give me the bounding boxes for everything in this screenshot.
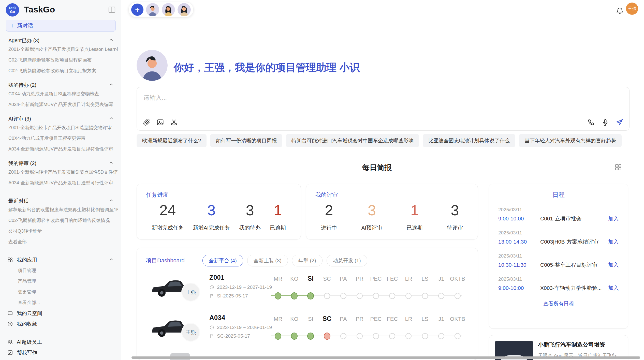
- schedule-title: 日程: [489, 191, 628, 199]
- milestone-dot-PR: [357, 333, 363, 339]
- agent-avatar[interactable]: [178, 3, 191, 16]
- chevron-up-icon[interactable]: [108, 82, 114, 88]
- chevron-up-icon[interactable]: [108, 198, 114, 204]
- milestone-label: LS: [421, 276, 428, 282]
- microphone-icon[interactable]: [601, 118, 609, 126]
- flag-milestone: SC-2025-05-17: [217, 333, 250, 339]
- sidebar-task-item[interactable]: Z001-全新燃油皮卡产品开发项目SI节点Lesson Learn报告: [8, 44, 118, 55]
- stat-value: 1: [411, 203, 419, 218]
- news-title: 小鹏飞行汽车制造公司增资: [538, 341, 622, 349]
- app-sub-item[interactable]: 项目管理: [18, 265, 121, 276]
- join-link[interactable]: 加入: [608, 215, 619, 222]
- chevron-up-icon[interactable]: [108, 37, 114, 44]
- user-avatar[interactable]: 王强: [626, 3, 638, 15]
- join-link[interactable]: 加入: [608, 238, 619, 245]
- sidebar-tool[interactable]: 帮我写作: [7, 347, 121, 358]
- section-title: 最近对话: [8, 198, 29, 204]
- milestone-track: MRKOSISCPAPRPECFECLRLSJ1OKTB: [270, 314, 466, 344]
- recent-chat-item[interactable]: 公司Q3轻卡销量: [8, 226, 118, 236]
- project-row[interactable]: 王强A0342023-12-19 ~ 2026-01-19SC-2025-05-…: [137, 310, 478, 350]
- milestone-label: MR: [274, 276, 282, 282]
- send-icon[interactable]: [616, 118, 624, 126]
- new-chat-button[interactable]: + 新对话: [6, 20, 116, 32]
- stat-card: 任务进度24新增完成任务3新增AI完成任务3我的待办1已逾期: [137, 184, 301, 239]
- scissors-icon[interactable]: [170, 118, 178, 126]
- sidebar-tool[interactable]: 创意制图: [7, 358, 121, 360]
- recent-chats-header[interactable]: 最近对话: [8, 198, 114, 204]
- suggestion-chip[interactable]: 比亚迪全固态电池计划具体说了什么: [423, 134, 515, 147]
- project-flag: SC-2025-05-17: [209, 333, 272, 339]
- sidebar-task-item[interactable]: A034-全新新能源MUV产品开发项目法规符合性评审: [8, 144, 118, 154]
- schedule-event: 2025/03/119:00-10:00C001-立项审批会加入: [498, 204, 619, 227]
- sidebar-shortcut-label: 我的云空间: [17, 310, 42, 317]
- sidebar-task-item[interactable]: A034-全新新能源MUV产品开发项目造型可行性评审: [8, 177, 118, 188]
- sidebar-task-item[interactable]: A034-全新新能源MUV产品开发项目计划变更表编写: [8, 99, 118, 110]
- dashboard-filter-chip[interactable]: 年型 (2): [292, 255, 323, 266]
- sidebar-task-item[interactable]: C0X4-动力总成开发项目SI里程碑提交物检查: [8, 88, 118, 99]
- milestone-dot-MR: [275, 292, 281, 299]
- suggestion-chip[interactable]: 如何写一份清晰的项目周报: [210, 134, 282, 147]
- my-apps-header[interactable]: 我的应用: [7, 254, 114, 265]
- image-icon[interactable]: [156, 118, 164, 126]
- message-input[interactable]: [143, 92, 525, 103]
- attachment-icon[interactable]: [142, 118, 151, 126]
- layout-grid-icon[interactable]: [614, 163, 622, 171]
- app-sub-item[interactable]: 查看全部...: [18, 297, 121, 308]
- sidebar-task-item[interactable]: C02-飞腾新能源轻客改款项目里程碑画布: [8, 55, 118, 65]
- suggestion-chip[interactable]: 特朗普可能对进口汽车增税会对中国车企造成哪些影响: [286, 134, 419, 147]
- agent-avatar[interactable]: [146, 3, 159, 16]
- milestone-label: FEC: [387, 316, 398, 322]
- agent-avatar[interactable]: [162, 3, 175, 16]
- milestone-dots: [270, 330, 466, 340]
- divider: [0, 251, 121, 251]
- add-agent-button[interactable]: +: [131, 4, 143, 16]
- sidebar-shortcut[interactable]: 我的收藏: [7, 319, 121, 329]
- suggestion-chip[interactable]: 当下年轻人对汽车外观有怎样的喜好趋势: [519, 134, 622, 147]
- project-flag: SI-2025-05-17: [209, 293, 272, 299]
- dashboard-filter-chip[interactable]: 动总开发 (1): [327, 255, 367, 266]
- greeting-text: 你好，王强，我是你的项目管理助理 小识: [174, 61, 360, 74]
- recent-chat-item[interactable]: 解释最新出台的欧盟报废车法规再生塑料比例被调至15%...: [8, 204, 118, 215]
- chevron-up-icon[interactable]: [108, 115, 114, 122]
- join-link[interactable]: 加入: [608, 261, 619, 268]
- sidebar-shortcut[interactable]: 我的云空间: [7, 308, 121, 319]
- date-range: 2023-12-19 ~ 2026-01-19: [217, 325, 272, 330]
- notification-bell-icon[interactable]: [616, 7, 624, 15]
- sidebar-section-header[interactable]: 我的待办 (2): [8, 82, 114, 88]
- join-link[interactable]: 加入: [608, 284, 619, 292]
- chevron-up-icon[interactable]: [108, 257, 114, 263]
- stat-item: 3AI预评审: [361, 203, 382, 231]
- milestone-dot-KO: [291, 292, 298, 299]
- sidebar-section-header[interactable]: 我的评审 (2): [8, 160, 114, 167]
- favorites-icon: [7, 321, 13, 327]
- sidebar-collapse-icon[interactable]: [108, 6, 116, 14]
- project-row[interactable]: 王强Z0012023-12-19 ~ 2027-01-19SI-2025-05-…: [137, 270, 478, 310]
- recent-chat-item[interactable]: 查看全部...: [8, 236, 118, 247]
- sidebar-task-item[interactable]: Z001-全新燃油轻卡产品开发项目SI造型提交物评审: [8, 122, 118, 133]
- milestone-labels: MRKOSISCPAPRPECFECLRLSJ1OKTB: [270, 274, 466, 282]
- suggestion-chip[interactable]: 欧洲新规最近颁布了什么?: [137, 134, 207, 147]
- milestone-labels: MRKOSISCPAPRPECFECLRLSJ1OKTB: [270, 314, 466, 322]
- app-sub-item[interactable]: 产品管理: [18, 276, 121, 287]
- sidebar-task-item[interactable]: C02-飞腾新能源轻客改款项目立项汇报方案: [8, 65, 118, 76]
- milestone-label: LR: [405, 276, 412, 282]
- stat-label: 新增完成任务: [152, 224, 184, 231]
- dashboard-filter-chip[interactable]: 全新上装 (3): [247, 255, 288, 266]
- chevron-up-icon[interactable]: [108, 160, 114, 167]
- sidebar-section-header[interactable]: AI评审 (3): [8, 115, 114, 122]
- app-sub-item[interactable]: 变更管理: [18, 287, 121, 297]
- view-all-schedule-link[interactable]: 查看所有日程: [489, 300, 628, 307]
- sidebar-task-item[interactable]: Z001-全新燃油轻卡产品开发项目SI节点属性5D文件评审: [8, 167, 118, 177]
- stat-value: 1: [274, 203, 282, 218]
- sidebar-tool[interactable]: AI超级员工: [7, 337, 121, 347]
- horizontal-scrollbar[interactable]: [131, 356, 640, 359]
- dashboard-filter-chip[interactable]: 全新平台 (4): [202, 255, 243, 266]
- project-dates: 2023-12-19 ~ 2027-01-19: [209, 284, 272, 290]
- milestone-dot-J1: [438, 333, 444, 339]
- sidebar-tools: AI超级员工帮我写作创意制图: [0, 337, 121, 360]
- sidebar-section-header[interactable]: Agent已办 (3): [8, 37, 114, 44]
- recent-chat-item[interactable]: C02-飞腾新能源轻客改款项目的闭环通告反馈情况: [8, 215, 118, 226]
- sidebar-task-item[interactable]: C0X4-动力总成开发项目工程变更评审: [8, 133, 118, 144]
- phone-icon[interactable]: [587, 118, 595, 126]
- stat-card: 我的评审2进行中3AI预评审1已逾期3待评审: [306, 184, 478, 239]
